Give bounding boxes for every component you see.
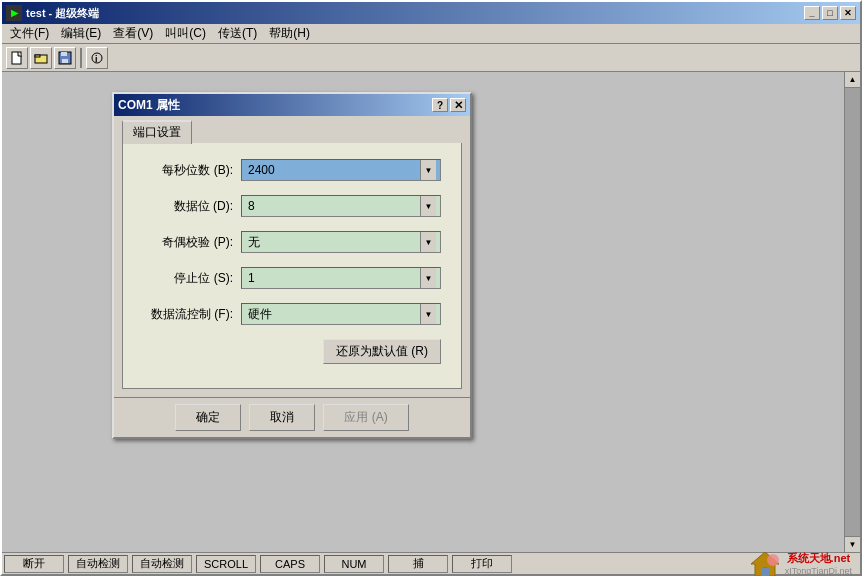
select-databits[interactable]: 8 ▼ xyxy=(241,195,441,217)
status-capture: 捕 xyxy=(388,555,448,573)
form-row-flowcontrol: 数据流控制 (F): 硬件 ▼ xyxy=(143,303,441,325)
select-baud-value: 2400 xyxy=(246,163,420,177)
minimize-button[interactable]: _ xyxy=(804,6,820,20)
ok-button[interactable]: 确定 xyxy=(175,404,241,431)
label-baud: 每秒位数 (B): xyxy=(143,162,233,179)
watermark-line2: xITongTianDi.net xyxy=(785,566,852,576)
select-parity-value: 无 xyxy=(246,234,420,251)
dialog-overlay: COM1 属性 ? ✕ 端口设置 每秒位数 (B): 2400 xyxy=(2,72,860,552)
app-icon: ▶ xyxy=(6,5,22,21)
form-row-parity: 奇偶校验 (P): 无 ▼ xyxy=(143,231,441,253)
status-scroll: SCROLL xyxy=(196,555,256,573)
maximize-button[interactable]: □ xyxy=(822,6,838,20)
status-num: NUM xyxy=(324,555,384,573)
menu-file[interactable]: 文件(F) xyxy=(4,23,55,44)
status-bar: 断开 自动检测 自动检测 SCROLL CAPS NUM 捕 打印 系统天地.n… xyxy=(2,552,860,574)
toolbar-properties[interactable]: i xyxy=(86,47,108,69)
select-databits-arrow[interactable]: ▼ xyxy=(420,196,436,216)
tab-bar: 端口设置 xyxy=(114,116,470,143)
label-stopbits: 停止位 (S): xyxy=(143,270,233,287)
label-databits: 数据位 (D): xyxy=(143,198,233,215)
dialog-title-bar: COM1 属性 ? ✕ xyxy=(114,94,470,116)
watermark-house-icon xyxy=(749,550,781,577)
select-stopbits[interactable]: 1 ▼ xyxy=(241,267,441,289)
select-parity-arrow[interactable]: ▼ xyxy=(420,232,436,252)
select-parity[interactable]: 无 ▼ xyxy=(241,231,441,253)
form-row-databits: 数据位 (D): 8 ▼ xyxy=(143,195,441,217)
watermark-text: 系统天地.net xITongTianDi.net xyxy=(785,551,852,576)
status-connection: 断开 xyxy=(4,555,64,573)
select-stopbits-value: 1 xyxy=(246,271,420,285)
dialog-help-button[interactable]: ? xyxy=(432,98,448,112)
select-flowcontrol-arrow[interactable]: ▼ xyxy=(420,304,436,324)
dialog-close-button[interactable]: ✕ xyxy=(450,98,466,112)
title-bar: ▶ test - 超级终端 _ □ ✕ xyxy=(2,2,860,24)
close-button[interactable]: ✕ xyxy=(840,6,856,20)
select-databits-value: 8 xyxy=(246,199,420,213)
toolbar: i xyxy=(2,44,860,72)
select-baud-arrow[interactable]: ▼ xyxy=(420,160,436,180)
svg-rect-5 xyxy=(62,59,68,63)
menu-bar: 文件(F) 编辑(E) 查看(V) 叫叫(C) 传送(T) 帮助(H) xyxy=(2,24,860,44)
title-bar-left: ▶ test - 超级终端 xyxy=(6,5,99,21)
window-controls: _ □ ✕ xyxy=(804,6,856,20)
cancel-button[interactable]: 取消 xyxy=(249,404,315,431)
toolbar-save[interactable] xyxy=(54,47,76,69)
label-parity: 奇偶校验 (P): xyxy=(143,234,233,251)
watermark-line1: 系统天地.net xyxy=(787,551,851,566)
menu-edit[interactable]: 编辑(E) xyxy=(55,23,107,44)
form-row-stopbits: 停止位 (S): 1 ▼ xyxy=(143,267,441,289)
status-auto1: 自动检测 xyxy=(68,555,128,573)
label-flowcontrol: 数据流控制 (F): xyxy=(143,306,233,323)
dialog-title-text: COM1 属性 xyxy=(118,97,180,114)
menu-call[interactable]: 叫叫(C) xyxy=(159,23,212,44)
reset-defaults-button[interactable]: 还原为默认值 (R) xyxy=(323,339,441,364)
svg-text:i: i xyxy=(95,54,98,64)
dialog-form-content: 每秒位数 (B): 2400 ▼ 数据位 (D): 8 ▼ xyxy=(122,143,462,389)
svg-rect-2 xyxy=(35,55,40,57)
select-flowcontrol-value: 硬件 xyxy=(246,306,420,323)
menu-help[interactable]: 帮助(H) xyxy=(263,23,316,44)
status-print: 打印 xyxy=(452,555,512,573)
svg-point-10 xyxy=(767,554,779,566)
apply-button[interactable]: 应用 (A) xyxy=(323,404,408,431)
svg-rect-4 xyxy=(61,52,67,56)
menu-view[interactable]: 查看(V) xyxy=(107,23,159,44)
form-row-baud: 每秒位数 (B): 2400 ▼ xyxy=(143,159,441,181)
menu-transfer[interactable]: 传送(T) xyxy=(212,23,263,44)
main-window: ▶ test - 超级终端 _ □ ✕ 文件(F) 编辑(E) 查看(V) 叫叫… xyxy=(0,0,862,576)
reset-btn-row: 还原为默认值 (R) xyxy=(143,339,441,364)
content-area: ▲ ▼ COM1 属性 ? ✕ 端口设置 xyxy=(2,72,860,552)
dialog-title-buttons: ? ✕ xyxy=(432,98,466,112)
status-caps: CAPS xyxy=(260,555,320,573)
toolbar-new[interactable] xyxy=(6,47,28,69)
toolbar-open[interactable] xyxy=(30,47,52,69)
properties-dialog: COM1 属性 ? ✕ 端口设置 每秒位数 (B): 2400 xyxy=(112,92,472,439)
dialog-footer: 确定 取消 应用 (A) xyxy=(114,397,470,437)
select-flowcontrol[interactable]: 硬件 ▼ xyxy=(241,303,441,325)
window-title: test - 超级终端 xyxy=(26,6,99,21)
status-auto2: 自动检测 xyxy=(132,555,192,573)
svg-rect-9 xyxy=(761,568,769,576)
select-stopbits-arrow[interactable]: ▼ xyxy=(420,268,436,288)
status-right-watermark: 系统天地.net xITongTianDi.net xyxy=(749,550,860,577)
toolbar-separator-1 xyxy=(80,48,82,68)
select-baud[interactable]: 2400 ▼ xyxy=(241,159,441,181)
tab-port-settings[interactable]: 端口设置 xyxy=(122,120,192,144)
